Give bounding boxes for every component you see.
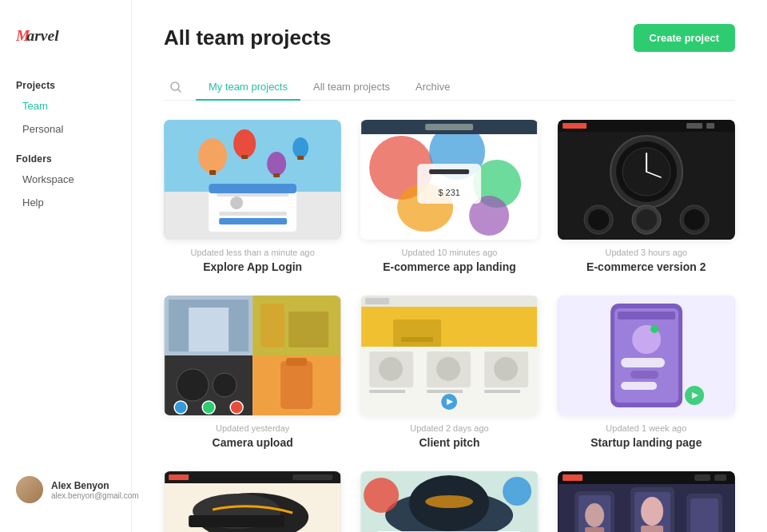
- svg-point-72: [436, 357, 460, 381]
- svg-rect-4: [165, 120, 340, 192]
- svg-point-73: [494, 357, 518, 381]
- svg-rect-64: [361, 307, 537, 347]
- project-thumbnail: [558, 120, 735, 240]
- sidebar-item-help[interactable]: Help: [6, 192, 125, 213]
- svg-point-126: [641, 497, 663, 526]
- tab-my-team-projects[interactable]: My team projects: [196, 74, 300, 101]
- svg-point-60: [202, 401, 215, 414]
- svg-rect-127: [641, 526, 663, 532]
- project-card[interactable]: Updated 2 days ago Client pitch: [360, 296, 538, 449]
- svg-rect-118: [714, 474, 726, 481]
- project-name: E-commerce version 2: [558, 260, 735, 273]
- svg-point-122: [585, 503, 604, 527]
- project-card[interactable]: Best Fashion App: [558, 471, 735, 532]
- project-thumbnail: $ 231: [360, 120, 538, 240]
- svg-point-71: [379, 357, 403, 381]
- svg-line-3: [178, 89, 181, 92]
- svg-rect-51: [260, 304, 284, 347]
- svg-point-12: [292, 137, 308, 158]
- svg-rect-76: [484, 390, 520, 393]
- project-card[interactable]: Updated 1 week ago Startup landing page: [558, 296, 735, 449]
- svg-rect-116: [562, 474, 582, 481]
- avatar: [16, 476, 43, 503]
- svg-point-87: [650, 325, 658, 333]
- svg-point-107: [425, 495, 473, 508]
- svg-rect-52: [288, 312, 328, 347]
- svg-point-40: [636, 209, 657, 230]
- project-updated: Updated 2 days ago: [360, 423, 538, 433]
- tab-all-team-projects[interactable]: All team projects: [300, 74, 403, 101]
- project-thumbnail: [164, 296, 341, 415]
- svg-rect-45: [686, 123, 702, 129]
- svg-rect-66: [401, 337, 433, 342]
- avatar-image: [16, 476, 43, 503]
- svg-text:arvel: arvel: [27, 27, 60, 44]
- folders-section-label: Folders: [0, 141, 131, 168]
- svg-point-59: [174, 401, 187, 414]
- svg-rect-46: [706, 123, 714, 129]
- project-thumbnail: [558, 296, 735, 415]
- create-project-button[interactable]: Create project: [634, 24, 735, 52]
- svg-rect-16: [209, 184, 296, 193]
- svg-text:$ 231: $ 231: [439, 188, 461, 197]
- svg-point-61: [230, 401, 243, 414]
- svg-rect-27: [429, 169, 469, 174]
- svg-point-54: [177, 369, 209, 401]
- project-card[interactable]: Updated 3 hours ago E-commerce version 2: [558, 120, 735, 273]
- project-name: Client pitch: [360, 436, 538, 449]
- tabs-bar: My team projects All team projects Archi…: [164, 74, 735, 101]
- svg-rect-123: [585, 527, 604, 532]
- svg-rect-63: [365, 298, 389, 304]
- project-updated: Updated yesterday: [164, 423, 341, 433]
- svg-rect-82: [618, 312, 675, 320]
- svg-point-8: [233, 129, 256, 158]
- svg-point-38: [588, 209, 609, 230]
- svg-rect-19: [219, 218, 287, 224]
- project-card[interactable]: Updated yesterday Camera upload: [164, 296, 341, 449]
- user-email: alex.benyon@gmail.com: [51, 491, 139, 500]
- page-title: All team projects: [164, 26, 332, 50]
- user-profile[interactable]: Alex Benyon alex.benyon@gmail.com: [0, 463, 131, 516]
- project-thumbnail: [164, 471, 341, 532]
- svg-point-112: [364, 478, 399, 513]
- project-card[interactable]: [164, 471, 341, 532]
- main-header: All team projects Create project: [164, 24, 735, 52]
- project-card[interactable]: Updated less than a minute ago Explore A…: [164, 120, 341, 273]
- project-card[interactable]: Monobranding Few Steps of Making Good St…: [360, 471, 538, 532]
- project-card[interactable]: $ 231 Updated 10 minutes ago E-commerce …: [360, 120, 538, 273]
- project-name: Explore App Login: [164, 260, 341, 273]
- svg-rect-49: [189, 308, 229, 351]
- search-icon[interactable]: [164, 75, 188, 99]
- project-name: Startup landing page: [558, 436, 735, 449]
- sidebar-item-personal[interactable]: Personal: [6, 118, 125, 140]
- sidebar-item-team[interactable]: Team: [6, 95, 125, 117]
- svg-rect-30: [425, 124, 473, 130]
- project-name: E-commerce app landing: [360, 260, 538, 273]
- svg-point-10: [267, 152, 286, 176]
- svg-rect-44: [562, 123, 586, 129]
- svg-rect-86: [621, 382, 657, 390]
- svg-rect-92: [169, 474, 189, 480]
- project-thumbnail: Monobranding Few Steps of Making Good St…: [360, 471, 538, 532]
- project-updated: Updated less than a minute ago: [164, 248, 341, 257]
- svg-point-17: [230, 197, 243, 209]
- sidebar: M arvel Projects Team Personal Folders W…: [0, 0, 132, 532]
- tab-archive[interactable]: Archive: [403, 74, 463, 101]
- projects-grid: Updated less than a minute ago Explore A…: [164, 120, 735, 532]
- svg-rect-65: [393, 320, 441, 347]
- svg-rect-85: [630, 371, 658, 379]
- svg-rect-93: [292, 474, 332, 480]
- svg-rect-11: [273, 173, 280, 177]
- project-updated: Updated 10 minutes ago: [360, 248, 538, 257]
- svg-rect-84: [621, 358, 665, 367]
- svg-point-55: [213, 373, 236, 397]
- svg-point-113: [503, 477, 531, 506]
- project-updated: Updated 1 week ago: [558, 423, 735, 433]
- svg-point-6: [198, 138, 227, 173]
- logo: M arvel: [0, 16, 131, 73]
- sidebar-item-workspace[interactable]: Workspace: [6, 169, 125, 190]
- project-thumbnail: [360, 296, 538, 415]
- svg-rect-57: [280, 361, 312, 409]
- projects-section-label: Projects: [0, 73, 131, 94]
- svg-rect-129: [690, 498, 718, 532]
